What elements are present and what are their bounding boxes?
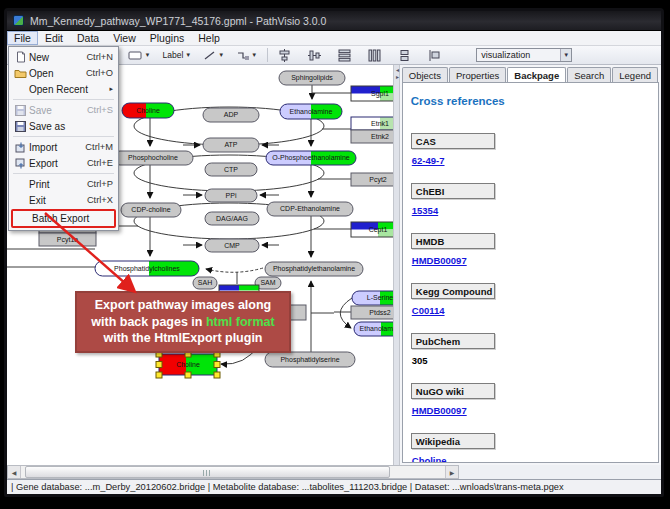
crossref-link[interactable]: Choline (412, 455, 447, 463)
crossref-link[interactable]: 62-49-7 (412, 155, 445, 166)
dag-aag-node[interactable]: DAG/AAG (205, 212, 259, 225)
stack-horizontal-button[interactable] (424, 47, 445, 63)
horizontal-scrollbar[interactable]: ◀ ▶ (7, 465, 459, 479)
tab-properties[interactable]: Properties (449, 67, 506, 82)
o-phosphoethanolamine-node[interactable]: O-Phosphoethanolamine (266, 151, 356, 165)
file-menu-item-import[interactable]: ImportCtrl+M (10, 139, 117, 155)
menu-separator (13, 99, 114, 100)
choline-top-node[interactable]: Choline (122, 103, 174, 118)
file-menu-item-print[interactable]: PrintCtrl+P (10, 176, 117, 192)
adp-node[interactable]: ADP (203, 108, 259, 122)
file-menu-item-batch-export[interactable]: Batch Export (13, 211, 114, 226)
pcyt2-node[interactable]: Pcyt2 (351, 173, 394, 186)
file-menu-item-save-as[interactable]: Save as (10, 118, 117, 134)
sgpl1-node[interactable]: Sgpl1 (351, 86, 394, 101)
crossref-value: 305 (412, 355, 428, 366)
distribute-vertical-button[interactable] (334, 47, 355, 63)
batch-export-highlight-box: Batch Export (11, 209, 116, 228)
file-menu-item-open[interactable]: OpenCtrl+O (10, 65, 117, 81)
file-menu-item-new[interactable]: NewCtrl+N (10, 49, 117, 65)
status-text: | Gene database: ...m_Derby_20120602.bri… (11, 482, 564, 492)
sah-node[interactable]: SAH (193, 277, 217, 289)
panel-splitter[interactable]: ◂▸ (394, 65, 399, 465)
node-label: Etnk1 (371, 120, 389, 127)
tab-objects[interactable]: Objects (402, 67, 448, 82)
stack-vertical-button[interactable] (394, 47, 415, 63)
label-tool-button[interactable]: Label ▼ (158, 47, 195, 63)
sphingolipids-node[interactable]: Sphingolipids (279, 71, 345, 85)
crossref-link[interactable]: HMDB00097 (412, 255, 467, 266)
pcyt1a-node[interactable]: Pcyt1a (39, 233, 96, 246)
node-label: Ptdss2 (369, 309, 391, 316)
scrollbar-thumb[interactable] (25, 466, 390, 478)
chevron-down-icon[interactable]: ▼ (560, 49, 571, 61)
menu-edit[interactable]: Edit (38, 31, 70, 45)
import-icon (12, 141, 29, 153)
choline-selected-node[interactable]: Choline (156, 351, 220, 378)
distribute-horizontal-button[interactable] (364, 47, 385, 63)
crossref-link[interactable]: C00114 (412, 305, 445, 316)
menu-plugins[interactable]: Plugins (143, 31, 191, 45)
phosphocholine-node[interactable]: Phosphocholine (113, 151, 193, 165)
tab-search[interactable]: Search (567, 67, 611, 82)
ethanolamine-top-node[interactable]: Ethanolamine (280, 104, 342, 119)
node-label: Choline (176, 361, 200, 368)
phosphatidylserine-node[interactable]: Phosphatidylserine (265, 352, 355, 367)
align-center-button[interactable] (274, 47, 295, 63)
title-bar[interactable]: Mm_Kennedy_pathway_WP1771_45176.gpml - P… (7, 11, 661, 31)
file-menu-item-open-recent[interactable]: Open Recent▸ (10, 81, 117, 97)
crossref-link[interactable]: 15354 (412, 205, 438, 216)
etnk1-node[interactable]: Etnk1 (351, 117, 394, 130)
cdp-ethanolamine-node[interactable]: CDP-Ethanolamine (267, 202, 353, 216)
selection-handle (185, 372, 191, 378)
node-label: Pcyt1a (57, 236, 79, 244)
gene-node-button[interactable]: ▼ (124, 47, 155, 63)
menu-item-label: New (29, 52, 86, 63)
visualization-combobox[interactable]: visualization ▼ (476, 48, 572, 62)
ppi-node[interactable]: PPi (205, 189, 257, 202)
cdp-choline-node[interactable]: CDP-choline (121, 203, 181, 217)
menu-data[interactable]: Data (70, 31, 106, 45)
etnk2-node[interactable]: Etnk2 (351, 130, 394, 143)
node-label: CDP-choline (131, 206, 170, 213)
menu-item-label: Import (29, 142, 85, 153)
align-middle-button[interactable] (304, 47, 325, 63)
node-label: Ethanolamine (290, 108, 333, 115)
crossref-section-cas: CAS62-49-7 (411, 133, 650, 178)
menu-file[interactable]: File (7, 31, 38, 45)
phosphatidylethanolamine-node[interactable]: Phosphatidylethanolamine (265, 262, 363, 276)
tab-legend[interactable]: Legend (612, 67, 658, 82)
menu-item-label: Print (29, 179, 87, 190)
scrollbar-track[interactable] (21, 466, 445, 478)
menu-item-shortcut: Ctrl+E (87, 158, 113, 168)
atp-node[interactable]: ATP (203, 138, 259, 152)
cept1-node[interactable]: Cept1 (351, 222, 394, 237)
line-tool-button[interactable]: ▼ (199, 47, 228, 63)
phosphatidylcholines-node[interactable]: Phosphatidylcholines (95, 261, 199, 276)
cmp-node[interactable]: CMP (205, 239, 259, 252)
splitter-collapse-icon[interactable]: ◂▸ (394, 67, 400, 81)
crossref-section-wikipedia: WikipediaCholine (411, 433, 650, 463)
crossref-section-hmdb: HMDBHMDB00097 (411, 233, 650, 278)
file-menu-item-save[interactable]: SaveCtrl+S (10, 102, 117, 118)
ptdss2-node[interactable]: Ptdss2 (351, 306, 394, 319)
menu-view[interactable]: View (106, 31, 143, 45)
menu-item-shortcut: Ctrl+N (86, 52, 113, 62)
file-menu-item-exit[interactable]: ExitCtrl+X (10, 192, 117, 208)
scroll-right-icon[interactable]: ▶ (445, 466, 458, 478)
elbow-connector-button[interactable]: ▼ (232, 47, 261, 63)
submenu-arrow-icon: ▸ (109, 85, 113, 93)
side-panel-tabs: ObjectsPropertiesBackpageSearchLegend (400, 65, 661, 82)
scroll-left-icon[interactable]: ◀ (8, 466, 21, 478)
l-serine-node[interactable]: L-Serine (352, 291, 394, 305)
tab-backpage[interactable]: Backpage (507, 67, 566, 82)
menu-item-shortcut: Ctrl+X (87, 195, 113, 205)
file-menu-item-export[interactable]: ExportCtrl+E (10, 155, 117, 171)
menu-help[interactable]: Help (191, 31, 227, 45)
ctp-node[interactable]: CTP (205, 163, 257, 176)
menu-item-shortcut: Ctrl+M (85, 142, 113, 152)
align-center-icon (278, 49, 291, 62)
app-icon (13, 15, 24, 26)
crossref-link[interactable]: HMDB00097 (412, 405, 467, 416)
ethanolamine-bottom-node[interactable]: Ethanolamine (354, 322, 394, 336)
